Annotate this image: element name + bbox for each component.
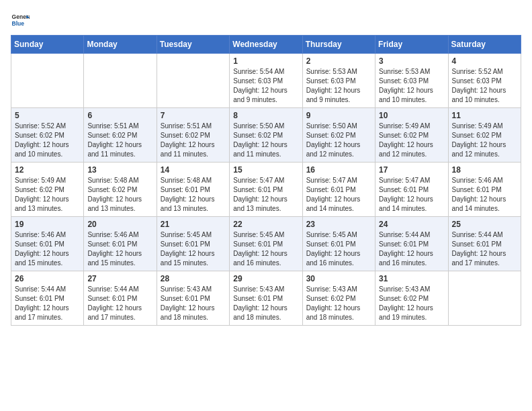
- day-number: 26: [15, 274, 80, 283]
- day-info: Sunrise: 5:43 AM Sunset: 6:02 PM Dayligh…: [306, 285, 371, 322]
- calendar-cell: 7Sunrise: 5:51 AM Sunset: 6:02 PM Daylig…: [157, 108, 229, 163]
- day-info: Sunrise: 5:52 AM Sunset: 6:03 PM Dayligh…: [452, 67, 517, 105]
- day-info: Sunrise: 5:53 AM Sunset: 6:03 PM Dayligh…: [379, 67, 444, 105]
- day-number: 17: [379, 165, 444, 175]
- logo-icon: General Blue: [11, 11, 30, 30]
- calendar-cell: [157, 54, 229, 108]
- day-number: 16: [306, 165, 371, 175]
- calendar-week-row: 12Sunrise: 5:49 AM Sunset: 6:02 PM Dayli…: [11, 163, 521, 217]
- day-info: Sunrise: 5:45 AM Sunset: 6:01 PM Dayligh…: [161, 230, 226, 268]
- calendar-cell: 1Sunrise: 5:54 AM Sunset: 6:03 PM Daylig…: [230, 54, 302, 108]
- day-info: Sunrise: 5:43 AM Sunset: 6:01 PM Dayligh…: [233, 285, 298, 322]
- day-number: 9: [306, 111, 371, 120]
- calendar-cell: 2Sunrise: 5:53 AM Sunset: 6:03 PM Daylig…: [302, 54, 375, 108]
- day-number: 12: [15, 165, 80, 175]
- day-info: Sunrise: 5:47 AM Sunset: 6:01 PM Dayligh…: [233, 176, 298, 214]
- day-number: 21: [161, 220, 226, 229]
- day-header-saturday: Saturday: [448, 36, 521, 54]
- svg-text:Blue: Blue: [12, 20, 25, 27]
- day-info: Sunrise: 5:45 AM Sunset: 6:01 PM Dayligh…: [233, 230, 298, 268]
- day-header-wednesday: Wednesday: [230, 36, 302, 54]
- day-number: 7: [161, 111, 226, 120]
- day-info: Sunrise: 5:49 AM Sunset: 6:02 PM Dayligh…: [15, 176, 80, 214]
- day-number: 22: [233, 220, 298, 229]
- day-info: Sunrise: 5:43 AM Sunset: 6:02 PM Dayligh…: [379, 285, 444, 322]
- day-info: Sunrise: 5:44 AM Sunset: 6:01 PM Dayligh…: [379, 230, 444, 268]
- day-number: 11: [452, 111, 517, 120]
- day-info: Sunrise: 5:47 AM Sunset: 6:01 PM Dayligh…: [379, 176, 444, 214]
- calendar-cell: 11Sunrise: 5:49 AM Sunset: 6:02 PM Dayli…: [448, 108, 521, 163]
- calendar-cell: 4Sunrise: 5:52 AM Sunset: 6:03 PM Daylig…: [448, 54, 521, 108]
- day-number: 10: [379, 111, 444, 120]
- calendar-cell: 10Sunrise: 5:49 AM Sunset: 6:02 PM Dayli…: [375, 108, 448, 163]
- day-header-friday: Friday: [375, 36, 448, 54]
- day-number: 18: [452, 165, 517, 175]
- day-number: 31: [379, 274, 444, 283]
- day-header-tuesday: Tuesday: [157, 36, 229, 54]
- calendar-cell: 27Sunrise: 5:44 AM Sunset: 6:01 PM Dayli…: [84, 271, 157, 326]
- day-header-thursday: Thursday: [302, 36, 375, 54]
- day-info: Sunrise: 5:53 AM Sunset: 6:03 PM Dayligh…: [306, 67, 371, 105]
- calendar-cell: 17Sunrise: 5:47 AM Sunset: 6:01 PM Dayli…: [375, 163, 448, 217]
- day-info: Sunrise: 5:48 AM Sunset: 6:02 PM Dayligh…: [87, 176, 152, 214]
- day-number: 19: [15, 220, 80, 229]
- logo: General Blue: [11, 11, 30, 30]
- day-number: 29: [233, 274, 298, 283]
- calendar-cell: [11, 54, 84, 108]
- day-number: 25: [452, 220, 517, 229]
- day-number: 5: [15, 111, 80, 120]
- day-info: Sunrise: 5:50 AM Sunset: 6:02 PM Dayligh…: [306, 122, 371, 159]
- day-number: 20: [87, 220, 152, 229]
- calendar-cell: [84, 54, 157, 108]
- day-info: Sunrise: 5:44 AM Sunset: 6:01 PM Dayligh…: [15, 285, 80, 322]
- calendar-header-row: SundayMondayTuesdayWednesdayThursdayFrid…: [11, 36, 521, 54]
- day-header-monday: Monday: [84, 36, 157, 54]
- day-info: Sunrise: 5:51 AM Sunset: 6:02 PM Dayligh…: [87, 122, 152, 159]
- day-number: 1: [233, 56, 298, 66]
- day-info: Sunrise: 5:46 AM Sunset: 6:01 PM Dayligh…: [15, 230, 80, 268]
- calendar-cell: 15Sunrise: 5:47 AM Sunset: 6:01 PM Dayli…: [230, 163, 302, 217]
- day-info: Sunrise: 5:51 AM Sunset: 6:02 PM Dayligh…: [161, 122, 226, 159]
- header: General Blue: [11, 11, 521, 30]
- day-number: 28: [161, 274, 226, 283]
- calendar-cell: [448, 271, 521, 326]
- calendar-cell: 21Sunrise: 5:45 AM Sunset: 6:01 PM Dayli…: [157, 217, 229, 271]
- day-number: 2: [306, 56, 371, 66]
- day-info: Sunrise: 5:46 AM Sunset: 6:01 PM Dayligh…: [452, 176, 517, 214]
- day-number: 13: [87, 165, 152, 175]
- day-info: Sunrise: 5:46 AM Sunset: 6:01 PM Dayligh…: [87, 230, 152, 268]
- calendar-cell: 26Sunrise: 5:44 AM Sunset: 6:01 PM Dayli…: [11, 271, 84, 326]
- calendar-cell: 18Sunrise: 5:46 AM Sunset: 6:01 PM Dayli…: [448, 163, 521, 217]
- calendar-cell: 3Sunrise: 5:53 AM Sunset: 6:03 PM Daylig…: [375, 54, 448, 108]
- calendar-cell: 23Sunrise: 5:45 AM Sunset: 6:01 PM Dayli…: [302, 217, 375, 271]
- calendar-cell: 20Sunrise: 5:46 AM Sunset: 6:01 PM Dayli…: [84, 217, 157, 271]
- calendar-cell: 12Sunrise: 5:49 AM Sunset: 6:02 PM Dayli…: [11, 163, 84, 217]
- calendar-cell: 6Sunrise: 5:51 AM Sunset: 6:02 PM Daylig…: [84, 108, 157, 163]
- day-number: 3: [379, 56, 444, 66]
- calendar-cell: 14Sunrise: 5:48 AM Sunset: 6:01 PM Dayli…: [157, 163, 229, 217]
- calendar-cell: 16Sunrise: 5:47 AM Sunset: 6:01 PM Dayli…: [302, 163, 375, 217]
- calendar-week-row: 19Sunrise: 5:46 AM Sunset: 6:01 PM Dayli…: [11, 217, 521, 271]
- day-number: 14: [161, 165, 226, 175]
- calendar-cell: 24Sunrise: 5:44 AM Sunset: 6:01 PM Dayli…: [375, 217, 448, 271]
- calendar-week-row: 5Sunrise: 5:52 AM Sunset: 6:02 PM Daylig…: [11, 108, 521, 163]
- day-number: 4: [452, 56, 517, 66]
- day-number: 8: [233, 111, 298, 120]
- day-info: Sunrise: 5:44 AM Sunset: 6:01 PM Dayligh…: [452, 230, 517, 268]
- calendar-cell: 28Sunrise: 5:43 AM Sunset: 6:01 PM Dayli…: [157, 271, 229, 326]
- day-info: Sunrise: 5:44 AM Sunset: 6:01 PM Dayligh…: [87, 285, 152, 322]
- day-number: 30: [306, 274, 371, 283]
- calendar-cell: 30Sunrise: 5:43 AM Sunset: 6:02 PM Dayli…: [302, 271, 375, 326]
- day-info: Sunrise: 5:52 AM Sunset: 6:02 PM Dayligh…: [15, 122, 80, 159]
- day-number: 27: [87, 274, 152, 283]
- day-number: 23: [306, 220, 371, 229]
- calendar-cell: 22Sunrise: 5:45 AM Sunset: 6:01 PM Dayli…: [230, 217, 302, 271]
- calendar-cell: 8Sunrise: 5:50 AM Sunset: 6:02 PM Daylig…: [230, 108, 302, 163]
- calendar-week-row: 1Sunrise: 5:54 AM Sunset: 6:03 PM Daylig…: [11, 54, 521, 108]
- calendar-cell: 19Sunrise: 5:46 AM Sunset: 6:01 PM Dayli…: [11, 217, 84, 271]
- day-number: 15: [233, 165, 298, 175]
- day-info: Sunrise: 5:50 AM Sunset: 6:02 PM Dayligh…: [233, 122, 298, 159]
- day-info: Sunrise: 5:45 AM Sunset: 6:01 PM Dayligh…: [306, 230, 371, 268]
- day-header-sunday: Sunday: [11, 36, 84, 54]
- calendar-cell: 13Sunrise: 5:48 AM Sunset: 6:02 PM Dayli…: [84, 163, 157, 217]
